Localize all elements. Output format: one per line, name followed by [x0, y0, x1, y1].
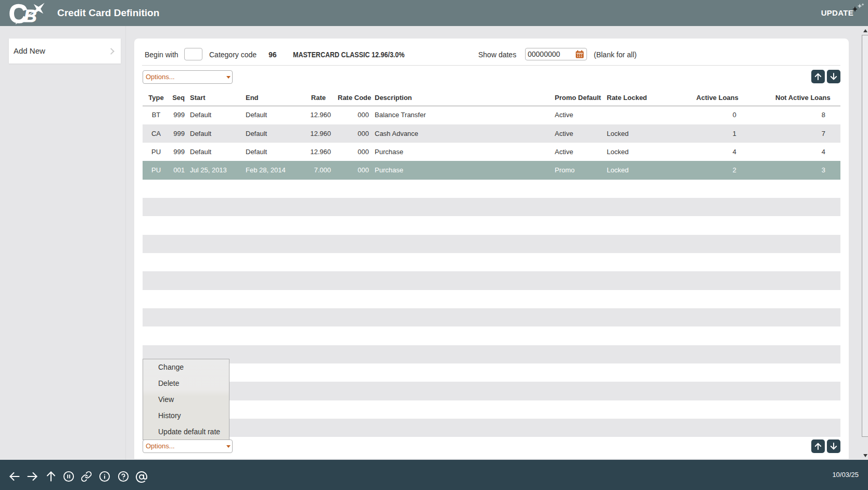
- svg-text:B: B: [24, 6, 37, 25]
